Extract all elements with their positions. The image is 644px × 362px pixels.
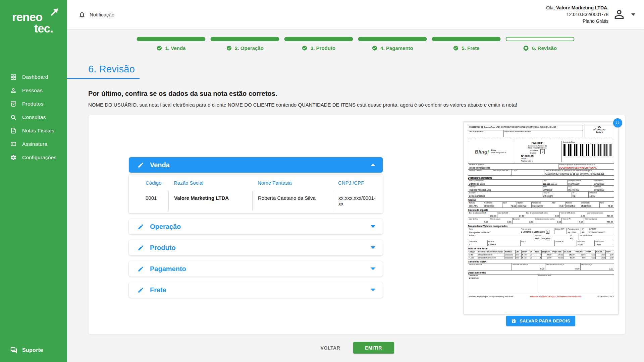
- danfe-field: Nota Fiscal Eletrônica: [516, 147, 558, 149]
- danfe-reservado-fisco-box: Reservado ao fisco: [537, 274, 614, 294]
- danfe-items-cell: 4: [535, 253, 542, 256]
- accordion-venda-header[interactable]: Venda: [129, 157, 383, 173]
- greeting-block: Olá, Valore Marketing LTDA. 12.010.832/0…: [546, 4, 608, 24]
- danfe-document: RECEBEMOS DE Empresa Teste LTDA. OS PROD…: [464, 122, 618, 314]
- save-for-later-button[interactable]: SALVAR PARA DEPOIS: [506, 316, 575, 326]
- step-progress-bar: [211, 37, 279, 41]
- danfe-field: Valor do ICMS Subst.0,00: [559, 212, 586, 218]
- edit-icon: [138, 266, 144, 272]
- sidebar-item-configuracoes[interactable]: Configurações: [0, 151, 67, 164]
- danfe-observacoes-box: Observações EXEMPLO: [468, 274, 537, 294]
- chat-icon: [10, 347, 17, 354]
- accordion-operacao-header[interactable]: Operação: [129, 219, 383, 234]
- step-progress-bar: [284, 37, 353, 41]
- title-underline: [67, 78, 140, 79]
- emit-button[interactable]: EMITIR: [353, 342, 394, 354]
- danfe-items-cell: 180,00: [552, 253, 563, 256]
- accordion-pagamento-header[interactable]: Pagamento: [129, 261, 383, 277]
- danfe-items-header-cell: CFOP: [521, 250, 529, 253]
- danfe-field: UFRS: [572, 192, 589, 197]
- danfe-items-header-cell: Vlr.IPI: [586, 250, 595, 253]
- accordion-frete-header[interactable]: Frete: [129, 282, 383, 298]
- accordion-title: Frete: [150, 286, 166, 294]
- danfe-field: Fone/Fax3454-6877: [542, 192, 572, 197]
- notification-label: Notificação: [90, 12, 114, 17]
- danfe-footer-homologacao: Ambiente de HOMOLOGAÇÃO, documento sem v…: [530, 296, 581, 298]
- danfe-field: Data saída07/08/2009: [593, 186, 614, 191]
- danfe-receipt-text: RECEBEMOS DE Empresa Teste LTDA. OS PROD…: [468, 125, 583, 130]
- danfe-type-box: 2: [540, 149, 545, 154]
- bell-icon: [78, 11, 86, 18]
- sidebar-item-suporte[interactable]: Suporte: [0, 347, 67, 354]
- danfe-section-title: Dados adicionais: [468, 272, 614, 274]
- danfe-field: CNPJ/CPF 00000000000000: [588, 228, 614, 234]
- chevron-down-icon[interactable]: [631, 13, 635, 16]
- danfe-field: Data de recebimento: [468, 130, 504, 137]
- step-label-row[interactable]: 4. Pagamento: [358, 45, 427, 51]
- danfe-items-header-cell: Código: [468, 250, 478, 253]
- accordion-title: Operação: [150, 223, 181, 231]
- danfe-field: MunicípioBento Gonçalves: [534, 234, 569, 240]
- danfe-field: Nome / Razão SocialDionisio de Baco: [468, 180, 542, 185]
- danfe-footer-left: Obtenha o arquivo digital em http://www.…: [468, 296, 513, 298]
- step-1-venda: 1. Venda: [137, 37, 206, 51]
- app-root: reneo tec. Dashboard Pessoas Produtos: [0, 0, 644, 362]
- step-label-row[interactable]: 3. Produto: [284, 45, 353, 51]
- sidebar-item-assinatura[interactable]: Assinatura: [0, 137, 67, 151]
- back-button[interactable]: VOLTAR: [317, 343, 343, 353]
- danfe-field: Desconto0,00: [512, 218, 534, 224]
- danfe-items-header-cell: Preço un: [541, 250, 552, 253]
- danfe-field: Número000175/1: [468, 202, 483, 207]
- danfe-items-cell: 12,00: [595, 253, 606, 256]
- edit-icon: [138, 224, 144, 230]
- step-label: 2. Operação: [235, 45, 264, 51]
- danfe-field: UF RS: [581, 228, 588, 234]
- bling-logo: Bling!: [475, 149, 489, 155]
- danfe-items-cell: Cx: [529, 256, 535, 259]
- danfe-items-header-cell: % IPI: [605, 250, 614, 253]
- danfe-cut-line: [468, 139, 614, 139]
- step-label-row[interactable]: 5. Frete: [432, 45, 501, 51]
- sidebar-item-dashboard[interactable]: Dashboard: [0, 70, 67, 84]
- danfe-field: Valor do IPI0,00: [561, 218, 584, 224]
- sidebar-item-notas-fiscais[interactable]: Notas Fiscais: [0, 124, 67, 137]
- danfe-field: Frete por conta 1-Emitente 2-Destinatári…: [520, 228, 554, 234]
- step-label: 5. Frete: [462, 45, 479, 51]
- danfe-items-header-cell: Vlr.ICMS: [575, 250, 586, 253]
- avatar-icon[interactable]: [612, 8, 626, 21]
- danfe-frete-box: 1: [546, 230, 549, 234]
- person-icon: [10, 87, 17, 94]
- danfe-items-cell: 6,00: [575, 256, 586, 259]
- document-icon: [10, 127, 17, 134]
- profile-menu[interactable]: Olá, Valore Marketing LTDA. 12.010.832/0…: [546, 4, 635, 24]
- danfe-items-cell: Lâmpada fluorescente: [478, 256, 504, 259]
- danfe-field: Inscrição Estadual: [579, 234, 614, 240]
- save-for-later-label: SALVAR PARA DEPOIS: [520, 318, 570, 323]
- step-label-row[interactable]: 1. Venda: [137, 45, 206, 51]
- cell-nome-fantasia: Roberta Caetano da Silva: [252, 191, 333, 210]
- brand-logo-line2: tec.: [12, 23, 55, 34]
- card-icon: [10, 141, 17, 147]
- danfe-field: Valor76,67: [551, 202, 565, 207]
- danfe-field: Valor76,67: [599, 202, 614, 207]
- danfe-field: Base de cálculo do ICMS Subst.0,00: [525, 212, 559, 218]
- sidebar-item-produtos[interactable]: Produtos: [0, 97, 67, 111]
- sidebar-item-pessoas[interactable]: Pessoas: [0, 84, 67, 97]
- danfe-field: Hora saída16:01: [588, 192, 614, 197]
- review-headline: Por último, confira se os dados da sua n…: [88, 90, 277, 98]
- review-description: NOME DO USUÁRIO, sua nota fiscal eletrôn…: [88, 102, 517, 108]
- cell-codigo: 0001: [146, 191, 168, 210]
- sidebar-item-consultas[interactable]: Consultas: [0, 111, 67, 124]
- step-label: 6. Revisão: [532, 45, 557, 51]
- danfe-field: Quantidade3: [468, 240, 487, 246]
- danfe-field: Placa do veículo IHL-7746: [567, 228, 580, 234]
- plan-label: Plano Grátis: [546, 18, 608, 24]
- danfe-footer: Obtenha o arquivo digital em http://www.…: [468, 296, 614, 298]
- step-label: 3. Produto: [311, 45, 335, 51]
- accordion-produto-header[interactable]: Produto: [129, 240, 383, 255]
- notification-button[interactable]: Notificação: [78, 11, 114, 18]
- step-label-row[interactable]: 6. Revisão: [506, 45, 575, 51]
- danfe-field: Identificação e assinatura do recebedor: [504, 130, 583, 137]
- danfe-field: 1-Entrada: [530, 149, 538, 152]
- step-label-row[interactable]: 2. Operação: [211, 45, 279, 51]
